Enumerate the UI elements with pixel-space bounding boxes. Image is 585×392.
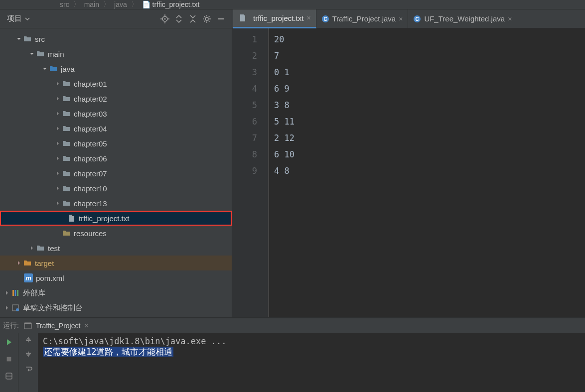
chevron-down-icon[interactable] bbox=[15, 36, 23, 41]
run-button[interactable] bbox=[3, 336, 15, 348]
tree-folder-test[interactable]: test bbox=[0, 241, 232, 256]
code-line[interactable]: 0 1 bbox=[274, 64, 585, 81]
breadcrumb-part[interactable]: src bbox=[60, 0, 69, 8]
folder-icon bbox=[62, 94, 71, 103]
text-file-icon bbox=[67, 214, 76, 223]
java-class-icon: C bbox=[321, 15, 329, 23]
chevron-right-icon[interactable] bbox=[54, 111, 62, 116]
line-number: 9 bbox=[232, 163, 257, 179]
tree-file-selected[interactable]: trffic_project.txt bbox=[0, 211, 232, 226]
chevron-right-icon[interactable] bbox=[54, 141, 62, 146]
chevron-right-icon[interactable] bbox=[54, 156, 62, 161]
chevron-right-icon[interactable] bbox=[3, 305, 11, 310]
tree-external-libs[interactable]: 外部库 bbox=[0, 285, 232, 300]
chevron-right-icon[interactable] bbox=[54, 186, 62, 191]
close-icon[interactable]: × bbox=[84, 322, 88, 330]
breadcrumb-part[interactable]: main bbox=[84, 0, 99, 8]
tree-folder-src[interactable]: src bbox=[0, 31, 232, 46]
chevron-right-icon[interactable] bbox=[54, 126, 62, 131]
line-number: 5 bbox=[232, 97, 257, 114]
sidebar-title[interactable]: 项目 bbox=[4, 14, 30, 23]
folder-icon bbox=[62, 199, 71, 208]
code-line[interactable]: 5 11 bbox=[274, 114, 585, 130]
code-line[interactable]: 6 10 bbox=[274, 146, 585, 163]
line-number: 4 bbox=[232, 81, 257, 97]
maven-icon: m bbox=[24, 273, 33, 282]
tree-folder-main[interactable]: main bbox=[0, 46, 232, 61]
editor-body[interactable]: 123456789 2070 16 93 85 112 126 104 8 bbox=[232, 28, 585, 317]
code-line[interactable]: 7 bbox=[274, 48, 585, 64]
line-number: 1 bbox=[232, 31, 257, 48]
chevron-right-icon[interactable] bbox=[54, 171, 62, 176]
tree-folder-chapter[interactable]: chapter02 bbox=[0, 91, 232, 106]
chevron-right-icon[interactable] bbox=[15, 261, 23, 265]
tree-folder-target[interactable]: target bbox=[0, 256, 232, 270]
gear-icon[interactable] bbox=[200, 12, 214, 26]
chevron-right-icon[interactable] bbox=[28, 246, 36, 251]
tree-folder-chapter[interactable]: chapter04 bbox=[0, 121, 232, 136]
chevron-right-icon[interactable] bbox=[3, 290, 11, 295]
code-line[interactable]: 6 9 bbox=[274, 81, 585, 97]
run-panel: 运行: Traffic_Project × C:\soft\java\jdk1.… bbox=[0, 317, 585, 392]
svg-rect-21 bbox=[7, 357, 11, 362]
close-icon[interactable]: × bbox=[399, 15, 403, 23]
tree-folder-chapter[interactable]: chapter07 bbox=[0, 166, 232, 181]
down-icon[interactable] bbox=[25, 351, 32, 359]
svg-text:C: C bbox=[416, 16, 419, 22]
tree-folder-chapter[interactable]: chapter13 bbox=[0, 196, 232, 211]
tree-folder-chapter[interactable]: chapter03 bbox=[0, 106, 232, 121]
console-line: 还需要修建12道路，城市才能相通 bbox=[43, 347, 173, 357]
folder-icon bbox=[62, 109, 71, 118]
chevron-right-icon[interactable] bbox=[54, 201, 62, 206]
tree-item-label: chapter03 bbox=[74, 110, 107, 118]
editor-code[interactable]: 2070 16 93 85 112 126 104 8 bbox=[269, 28, 585, 317]
line-number: 8 bbox=[232, 146, 257, 163]
chevron-right-icon[interactable] bbox=[54, 96, 62, 101]
library-icon bbox=[11, 288, 20, 297]
project-tree[interactable]: src main java chapter01chapter02chapter0… bbox=[0, 28, 232, 317]
folder-icon bbox=[23, 259, 32, 267]
breadcrumb-part[interactable]: java bbox=[114, 0, 127, 8]
chevron-down-icon[interactable] bbox=[41, 66, 49, 71]
tree-folder-java[interactable]: java bbox=[0, 61, 232, 76]
run-config[interactable]: Traffic_Project × bbox=[24, 322, 89, 330]
soft-wrap-icon[interactable] bbox=[24, 365, 32, 375]
tab-traffic-project-java[interactable]: C Traffic_Project.java × bbox=[316, 9, 409, 28]
svg-rect-11 bbox=[15, 290, 16, 296]
close-icon[interactable]: × bbox=[508, 15, 512, 23]
tab-trffic-project-txt[interactable]: trffic_project.txt × bbox=[233, 9, 316, 28]
tree-folder-chapter[interactable]: chapter10 bbox=[0, 181, 232, 196]
tree-file-pom[interactable]: m pom.xml bbox=[0, 270, 232, 285]
code-line[interactable]: 2 12 bbox=[274, 130, 585, 146]
collapse-all-icon[interactable] bbox=[186, 12, 200, 26]
tree-folder-chapter[interactable]: chapter06 bbox=[0, 151, 232, 166]
locate-icon[interactable] bbox=[158, 12, 172, 26]
code-line[interactable]: 3 8 bbox=[274, 97, 585, 114]
tree-folder-resources[interactable]: resources bbox=[0, 226, 232, 241]
chevron-right-icon[interactable] bbox=[54, 81, 62, 86]
code-line[interactable]: 4 8 bbox=[274, 163, 585, 179]
breadcrumb-part[interactable]: 📄 trffic_project.txt bbox=[142, 0, 200, 8]
hide-icon[interactable] bbox=[214, 12, 228, 26]
run-header: 运行: Traffic_Project × bbox=[0, 318, 585, 333]
console-output[interactable]: C:\soft\java\jdk1.8\bin\java.exe ... 还需要… bbox=[38, 333, 585, 392]
run-tool-column-left bbox=[0, 333, 18, 392]
tab-uf-tree-weighted-java[interactable]: C UF_Tree_Weighted.java × bbox=[408, 9, 517, 28]
chevron-down-icon[interactable] bbox=[28, 51, 36, 56]
folder-icon bbox=[23, 34, 32, 43]
tree-item-label: chapter02 bbox=[74, 95, 107, 103]
tree-item-label: chapter07 bbox=[74, 169, 107, 178]
folder-icon bbox=[62, 79, 71, 88]
folder-icon bbox=[36, 49, 45, 58]
stop-button[interactable] bbox=[3, 353, 15, 365]
folder-icon bbox=[62, 154, 71, 163]
tree-scratches[interactable]: 草稿文件和控制台 bbox=[0, 300, 232, 315]
code-line[interactable]: 20 bbox=[274, 31, 585, 48]
layout-button[interactable] bbox=[3, 370, 15, 382]
up-icon[interactable] bbox=[25, 336, 32, 345]
tree-folder-chapter[interactable]: chapter01 bbox=[0, 76, 232, 91]
expand-all-icon[interactable] bbox=[172, 12, 186, 26]
close-icon[interactable]: × bbox=[306, 14, 310, 22]
tree-folder-chapter[interactable]: chapter05 bbox=[0, 136, 232, 151]
svg-point-3 bbox=[164, 18, 166, 19]
